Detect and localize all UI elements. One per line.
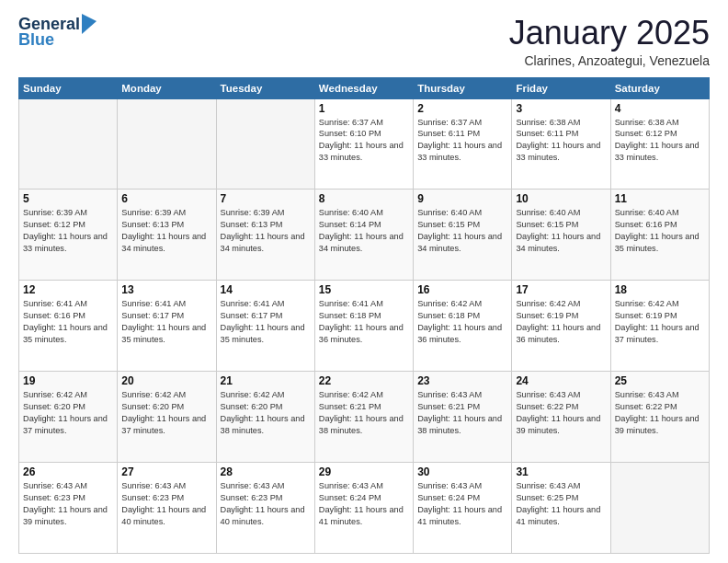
table-row: 15Sunrise: 6:41 AMSunset: 6:18 PMDayligh… bbox=[314, 281, 413, 372]
day-info: Sunrise: 6:43 AMSunset: 6:25 PMDaylight:… bbox=[516, 480, 606, 528]
day-info: Sunrise: 6:38 AMSunset: 6:12 PMDaylight:… bbox=[615, 117, 705, 165]
day-info: Sunrise: 6:40 AMSunset: 6:15 PMDaylight:… bbox=[417, 207, 507, 255]
table-row bbox=[118, 98, 216, 190]
day-number: 8 bbox=[319, 192, 409, 205]
day-number: 26 bbox=[23, 465, 113, 478]
table-row: 6Sunrise: 6:39 AMSunset: 6:13 PMDaylight… bbox=[118, 190, 216, 281]
day-number: 19 bbox=[23, 374, 113, 387]
day-number: 17 bbox=[516, 283, 606, 296]
table-row: 25Sunrise: 6:43 AMSunset: 6:22 PMDayligh… bbox=[610, 372, 709, 463]
day-info: Sunrise: 6:37 AMSunset: 6:11 PMDaylight:… bbox=[417, 117, 507, 165]
table-row: 10Sunrise: 6:40 AMSunset: 6:15 PMDayligh… bbox=[512, 190, 610, 281]
day-info: Sunrise: 6:42 AMSunset: 6:20 PMDaylight:… bbox=[121, 389, 211, 437]
day-info: Sunrise: 6:41 AMSunset: 6:17 PMDaylight:… bbox=[121, 298, 211, 346]
table-row: 21Sunrise: 6:42 AMSunset: 6:20 PMDayligh… bbox=[216, 372, 314, 463]
table-row: 12Sunrise: 6:41 AMSunset: 6:16 PMDayligh… bbox=[19, 281, 118, 372]
logo-icon bbox=[82, 14, 97, 34]
day-number: 1 bbox=[319, 102, 409, 115]
day-info: Sunrise: 6:42 AMSunset: 6:19 PMDaylight:… bbox=[516, 298, 606, 346]
logo: General Blue bbox=[18, 15, 97, 50]
calendar-week-row: 26Sunrise: 6:43 AMSunset: 6:23 PMDayligh… bbox=[19, 463, 710, 554]
day-info: Sunrise: 6:43 AMSunset: 6:23 PMDaylight:… bbox=[221, 480, 311, 528]
day-number: 14 bbox=[221, 283, 311, 296]
day-info: Sunrise: 6:41 AMSunset: 6:17 PMDaylight:… bbox=[221, 298, 311, 346]
day-info: Sunrise: 6:43 AMSunset: 6:22 PMDaylight:… bbox=[615, 389, 705, 437]
table-row: 5Sunrise: 6:39 AMSunset: 6:12 PMDaylight… bbox=[19, 190, 118, 281]
table-row: 26Sunrise: 6:43 AMSunset: 6:23 PMDayligh… bbox=[19, 463, 118, 554]
day-number: 23 bbox=[417, 374, 507, 387]
col-thursday: Thursday bbox=[414, 77, 512, 98]
day-number: 15 bbox=[319, 283, 409, 296]
day-number: 24 bbox=[516, 374, 606, 387]
title-section: January 2025 Clarines, Anzoategui, Venez… bbox=[509, 15, 710, 68]
day-number: 16 bbox=[417, 283, 507, 296]
day-number: 12 bbox=[23, 283, 113, 296]
day-number: 5 bbox=[23, 192, 113, 205]
col-monday: Monday bbox=[118, 77, 216, 98]
day-number: 25 bbox=[615, 374, 705, 387]
col-wednesday: Wednesday bbox=[314, 77, 413, 98]
table-row: 30Sunrise: 6:43 AMSunset: 6:24 PMDayligh… bbox=[414, 463, 512, 554]
day-number: 3 bbox=[516, 102, 606, 115]
day-info: Sunrise: 6:41 AMSunset: 6:16 PMDaylight:… bbox=[23, 298, 113, 346]
day-info: Sunrise: 6:43 AMSunset: 6:24 PMDaylight:… bbox=[319, 480, 409, 528]
table-row bbox=[610, 463, 709, 554]
table-row: 20Sunrise: 6:42 AMSunset: 6:20 PMDayligh… bbox=[118, 372, 216, 463]
day-number: 4 bbox=[615, 102, 705, 115]
month-title: January 2025 bbox=[509, 15, 710, 52]
table-row: 1Sunrise: 6:37 AMSunset: 6:10 PMDaylight… bbox=[314, 98, 413, 190]
table-row: 14Sunrise: 6:41 AMSunset: 6:17 PMDayligh… bbox=[216, 281, 314, 372]
calendar-week-row: 1Sunrise: 6:37 AMSunset: 6:10 PMDaylight… bbox=[19, 98, 710, 190]
day-number: 20 bbox=[121, 374, 211, 387]
day-number: 2 bbox=[417, 102, 507, 115]
logo-blue: Blue bbox=[18, 30, 54, 50]
table-row: 29Sunrise: 6:43 AMSunset: 6:24 PMDayligh… bbox=[314, 463, 413, 554]
table-row bbox=[19, 98, 118, 190]
col-sunday: Sunday bbox=[19, 77, 118, 98]
page: General Blue January 2025 Clarines, Anzo… bbox=[0, 0, 728, 563]
day-info: Sunrise: 6:42 AMSunset: 6:21 PMDaylight:… bbox=[319, 389, 409, 437]
table-row: 19Sunrise: 6:42 AMSunset: 6:20 PMDayligh… bbox=[19, 372, 118, 463]
day-info: Sunrise: 6:43 AMSunset: 6:23 PMDaylight:… bbox=[23, 480, 113, 528]
day-info: Sunrise: 6:42 AMSunset: 6:20 PMDaylight:… bbox=[221, 389, 311, 437]
day-number: 7 bbox=[221, 192, 311, 205]
day-info: Sunrise: 6:40 AMSunset: 6:16 PMDaylight:… bbox=[615, 207, 705, 255]
day-info: Sunrise: 6:39 AMSunset: 6:13 PMDaylight:… bbox=[221, 207, 311, 255]
table-row: 18Sunrise: 6:42 AMSunset: 6:19 PMDayligh… bbox=[610, 281, 709, 372]
table-row: 7Sunrise: 6:39 AMSunset: 6:13 PMDaylight… bbox=[216, 190, 314, 281]
day-number: 22 bbox=[319, 374, 409, 387]
table-row: 11Sunrise: 6:40 AMSunset: 6:16 PMDayligh… bbox=[610, 190, 709, 281]
header: General Blue January 2025 Clarines, Anzo… bbox=[18, 15, 710, 68]
day-info: Sunrise: 6:39 AMSunset: 6:12 PMDaylight:… bbox=[23, 207, 113, 255]
table-row: 23Sunrise: 6:43 AMSunset: 6:21 PMDayligh… bbox=[414, 372, 512, 463]
calendar-header-row: Sunday Monday Tuesday Wednesday Thursday… bbox=[19, 77, 710, 98]
table-row: 9Sunrise: 6:40 AMSunset: 6:15 PMDaylight… bbox=[414, 190, 512, 281]
col-friday: Friday bbox=[512, 77, 610, 98]
day-number: 10 bbox=[516, 192, 606, 205]
table-row: 27Sunrise: 6:43 AMSunset: 6:23 PMDayligh… bbox=[118, 463, 216, 554]
day-number: 29 bbox=[319, 465, 409, 478]
day-number: 18 bbox=[615, 283, 705, 296]
day-number: 30 bbox=[417, 465, 507, 478]
table-row: 13Sunrise: 6:41 AMSunset: 6:17 PMDayligh… bbox=[118, 281, 216, 372]
svg-marker-0 bbox=[82, 14, 97, 34]
col-saturday: Saturday bbox=[610, 77, 709, 98]
table-row bbox=[216, 98, 314, 190]
table-row: 31Sunrise: 6:43 AMSunset: 6:25 PMDayligh… bbox=[512, 463, 610, 554]
table-row: 22Sunrise: 6:42 AMSunset: 6:21 PMDayligh… bbox=[314, 372, 413, 463]
day-number: 13 bbox=[121, 283, 211, 296]
day-number: 27 bbox=[121, 465, 211, 478]
calendar-week-row: 5Sunrise: 6:39 AMSunset: 6:12 PMDaylight… bbox=[19, 190, 710, 281]
day-number: 21 bbox=[221, 374, 311, 387]
table-row: 8Sunrise: 6:40 AMSunset: 6:14 PMDaylight… bbox=[314, 190, 413, 281]
day-number: 9 bbox=[417, 192, 507, 205]
day-info: Sunrise: 6:37 AMSunset: 6:10 PMDaylight:… bbox=[319, 117, 409, 165]
table-row: 2Sunrise: 6:37 AMSunset: 6:11 PMDaylight… bbox=[414, 98, 512, 190]
day-info: Sunrise: 6:43 AMSunset: 6:22 PMDaylight:… bbox=[516, 389, 606, 437]
location-title: Clarines, Anzoategui, Venezuela bbox=[509, 53, 710, 68]
day-number: 6 bbox=[121, 192, 211, 205]
calendar-week-row: 12Sunrise: 6:41 AMSunset: 6:16 PMDayligh… bbox=[19, 281, 710, 372]
calendar-table: Sunday Monday Tuesday Wednesday Thursday… bbox=[18, 77, 710, 554]
table-row: 4Sunrise: 6:38 AMSunset: 6:12 PMDaylight… bbox=[610, 98, 709, 190]
day-info: Sunrise: 6:43 AMSunset: 6:21 PMDaylight:… bbox=[417, 389, 507, 437]
